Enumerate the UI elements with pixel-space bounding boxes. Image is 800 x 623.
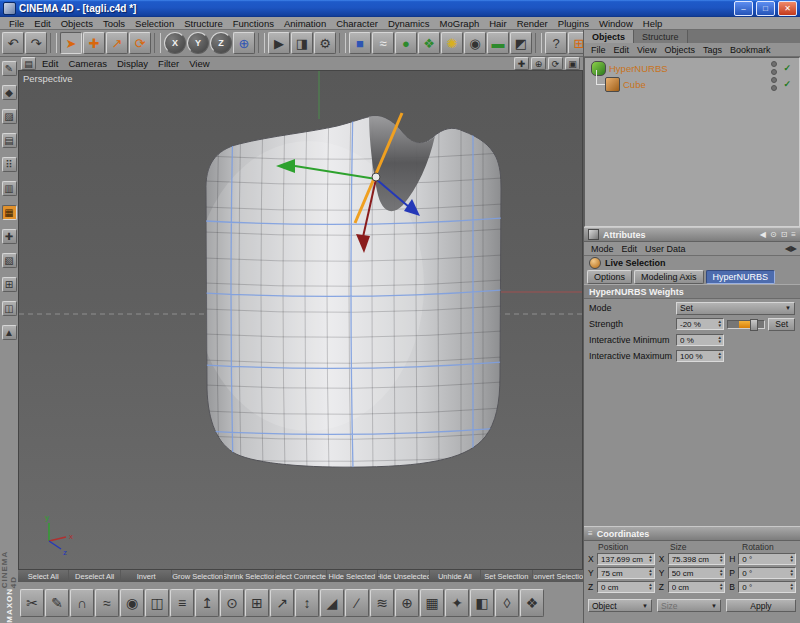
- rotate-icon[interactable]: ⟳: [129, 32, 151, 54]
- undo-icon[interactable]: ↶: [2, 32, 24, 54]
- object-row-cube[interactable]: Cube ✓: [587, 76, 797, 92]
- grow-selection-button[interactable]: Grow Selection: [172, 570, 222, 582]
- interactive-maximum-field[interactable]: 100 % ▲▼: [676, 350, 724, 362]
- viewport-menu-display[interactable]: Display: [113, 58, 152, 69]
- panel-menu-icon[interactable]: ≡: [588, 529, 593, 538]
- add-point-tool-icon[interactable]: ✎: [45, 589, 69, 617]
- tab-modeling-axis[interactable]: Modeling Axis: [634, 270, 704, 284]
- menu-selection[interactable]: Selection: [130, 18, 179, 29]
- help-icon[interactable]: ?: [545, 32, 567, 54]
- tab-options[interactable]: Options: [587, 270, 632, 284]
- lock-y-axis-icon[interactable]: Y: [187, 32, 209, 54]
- menu-plugins[interactable]: Plugins: [553, 18, 594, 29]
- knife-tool-icon[interactable]: ✂: [20, 589, 44, 617]
- select-all-button[interactable]: Select All: [18, 570, 68, 582]
- render-settings-icon[interactable]: ⚙: [314, 32, 336, 54]
- bevel-tool-icon[interactable]: ◢: [320, 589, 344, 617]
- om-menu-tags[interactable]: Tags: [699, 45, 726, 55]
- viewport-menu-filter[interactable]: Filter: [154, 58, 183, 69]
- position-y-field[interactable]: 75 cm ▲▼: [597, 567, 655, 579]
- set-selection-button[interactable]: Set Selection: [481, 570, 531, 582]
- viewport-canvas[interactable]: Perspective: [18, 70, 583, 570]
- object-name-hypernurbs[interactable]: HyperNURBS: [609, 63, 768, 74]
- history-back-icon[interactable]: ◀: [760, 230, 766, 239]
- viewport-menu-edit[interactable]: Edit: [38, 58, 62, 69]
- toggle-view-icon[interactable]: ▣: [565, 57, 580, 70]
- tab-hypernurbs[interactable]: HyperNURBS: [706, 270, 776, 284]
- visibility-toggles[interactable]: [771, 61, 777, 75]
- rotation-p-field[interactable]: 0 ° ▲▼: [738, 567, 796, 579]
- viewport-solo-icon[interactable]: ◫: [2, 301, 17, 316]
- strength-field[interactable]: -20 % ▲▼: [676, 318, 724, 330]
- pan-view-icon[interactable]: ✚: [514, 57, 529, 70]
- points-mode-icon[interactable]: ⠿: [2, 157, 17, 172]
- menu-help[interactable]: Help: [638, 18, 668, 29]
- search-icon[interactable]: ⊙: [770, 230, 777, 239]
- position-x-field[interactable]: 137.699 cm ▲▼: [597, 553, 655, 565]
- lock-z-axis-icon[interactable]: Z: [210, 32, 232, 54]
- om-menu-file[interactable]: File: [587, 45, 610, 55]
- spinner-arrows-icon[interactable]: ▲▼: [790, 569, 794, 578]
- edge-cut-tool-icon[interactable]: ∕: [345, 589, 369, 617]
- polygons-mode-icon[interactable]: ▦: [2, 205, 17, 220]
- viewport-menu-cameras[interactable]: Cameras: [64, 58, 111, 69]
- menu-structure[interactable]: Structure: [179, 18, 228, 29]
- spinner-arrows-icon[interactable]: ▲▼: [648, 583, 652, 592]
- title-bar[interactable]: CINEMA 4D - [tagli.c4d *] – □ ✕: [0, 0, 800, 17]
- array-tool-icon[interactable]: ❖: [520, 589, 544, 617]
- menu-hair[interactable]: Hair: [484, 18, 511, 29]
- lock-icon[interactable]: ⊡: [781, 230, 788, 239]
- spinner-arrows-icon[interactable]: ▲▼: [719, 569, 723, 578]
- set-value-tool-icon[interactable]: ≡: [170, 589, 194, 617]
- invert-button[interactable]: Invert: [121, 570, 171, 582]
- panel-menu-icon[interactable]: ≡: [791, 230, 796, 239]
- magnet-tool-icon[interactable]: ◉: [120, 589, 144, 617]
- spinner-arrows-icon[interactable]: ▲▼: [719, 583, 723, 592]
- hide-unselected-button[interactable]: Hide Unselected: [378, 570, 428, 582]
- menu-mograph[interactable]: MoGraph: [435, 18, 485, 29]
- zoom-view-icon[interactable]: ⊕: [531, 57, 546, 70]
- menu-render[interactable]: Render: [512, 18, 553, 29]
- workplane-mode-icon[interactable]: ▤: [2, 133, 17, 148]
- move-icon[interactable]: ✚: [83, 32, 105, 54]
- history-forward-icon[interactable]: ▶: [791, 244, 797, 253]
- enable-snap-icon[interactable]: ⊞: [2, 277, 17, 292]
- menu-dynamics[interactable]: Dynamics: [383, 18, 435, 29]
- deselect-all-button[interactable]: Deselect All: [69, 570, 119, 582]
- menu-edit[interactable]: Edit: [29, 18, 55, 29]
- shrink-selection-button[interactable]: Shrink Selection: [224, 570, 274, 582]
- slider-handle[interactable]: [750, 319, 758, 331]
- add-camera-icon[interactable]: ◉: [464, 32, 486, 54]
- unhide-all-button[interactable]: Unhide All: [430, 570, 480, 582]
- display-filter-icon[interactable]: ▲: [2, 325, 17, 340]
- strength-slider[interactable]: [727, 320, 765, 329]
- bridge-tool-icon[interactable]: ∩: [70, 589, 94, 617]
- size-z-field[interactable]: 0 cm ▲▼: [668, 581, 726, 593]
- add-material-icon[interactable]: ◩: [510, 32, 532, 54]
- size-dropdown[interactable]: Size ▼: [657, 599, 721, 612]
- maximize-button[interactable]: □: [756, 1, 775, 16]
- om-menu-edit[interactable]: Edit: [610, 45, 634, 55]
- viewport-menu-view[interactable]: View: [185, 58, 213, 69]
- attr-menu-mode[interactable]: Mode: [587, 244, 618, 254]
- close-button[interactable]: ✕: [778, 1, 797, 16]
- interactive-minimum-field[interactable]: 0 % ▲▼: [676, 334, 724, 346]
- model-mode-icon[interactable]: ◆: [2, 85, 17, 100]
- menu-file[interactable]: File: [4, 18, 29, 29]
- convert-selection-button[interactable]: Convert Selection: [533, 570, 583, 582]
- stitch-sew-tool-icon[interactable]: ≋: [370, 589, 394, 617]
- mode-dropdown[interactable]: Set ▼: [676, 302, 795, 315]
- texture-mode-icon[interactable]: ▨: [2, 109, 17, 124]
- menu-functions[interactable]: Functions: [228, 18, 279, 29]
- spinner-arrows-icon[interactable]: ▲▼: [719, 555, 723, 564]
- make-editable-icon[interactable]: ✎: [2, 61, 17, 76]
- tab-objects[interactable]: Objects: [584, 30, 634, 43]
- spinner-arrows-icon[interactable]: ▲▼: [790, 555, 794, 564]
- rotate-view-icon[interactable]: ⟳: [548, 57, 563, 70]
- visibility-toggles[interactable]: [771, 77, 777, 91]
- weld-tool-icon[interactable]: ⊕: [395, 589, 419, 617]
- menu-animation[interactable]: Animation: [279, 18, 331, 29]
- scale-icon[interactable]: ↗: [106, 32, 128, 54]
- object-name-cube[interactable]: Cube: [623, 79, 768, 90]
- optimize-tool-icon[interactable]: ✦: [445, 589, 469, 617]
